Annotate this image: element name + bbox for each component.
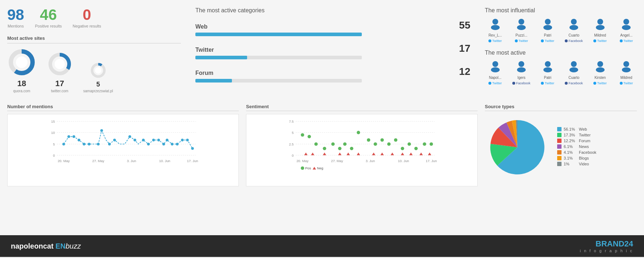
legend-label-news: News	[579, 144, 589, 149]
mentions-metric: 98 Mentions	[7, 7, 24, 28]
brand24-text: BRAND24	[580, 239, 633, 249]
donut-twitter	[47, 51, 72, 77]
svg-point-96	[308, 135, 311, 138]
source-dot-patri	[541, 39, 544, 42]
svg-point-105	[374, 142, 377, 145]
right-panel: The most influential Rev_L... Twitter	[485, 7, 637, 93]
legend-label-web: Web	[579, 127, 587, 131]
site-count-twitter: 17	[55, 79, 64, 88]
legend-twitter: 17.3% Twitter	[557, 133, 596, 137]
svg-point-62	[162, 143, 165, 145]
mentions-chart-title: Number of mentions	[7, 104, 239, 111]
influential-title: The most influential	[485, 7, 637, 14]
avatar-mildred	[594, 17, 607, 30]
svg-point-102	[350, 147, 353, 150]
source-patri: Twitter	[541, 39, 554, 43]
svg-point-54	[108, 143, 111, 145]
sentiment-chart-area: 7.5 5 2.5 0 20. May 27. May 3. Jun 10. J…	[246, 114, 478, 186]
svg-point-107	[387, 142, 390, 145]
avatar-puzzi	[515, 17, 528, 30]
svg-point-61	[157, 139, 160, 141]
svg-point-67	[186, 139, 188, 141]
category-web: Web 55	[195, 20, 470, 36]
avatar-rev	[489, 17, 502, 30]
site-item-twitter: 17 twitter.com	[47, 51, 72, 93]
source-dot-kirsten	[593, 82, 596, 85]
active-napol: Napol... Twitter	[485, 60, 506, 86]
source-igers: Facebook	[512, 81, 530, 85]
avatar-napol	[489, 60, 502, 73]
legend-label-twitter: Twitter	[579, 133, 590, 137]
source-legend: 56.1% Web 17.3% Twitter 12.2% Forum	[557, 127, 596, 168]
source-rev: Twitter	[488, 39, 502, 43]
svg-point-25	[545, 61, 551, 67]
svg-point-8	[95, 67, 101, 74]
svg-text:27. May: 27. May	[92, 159, 105, 163]
source-active-mildred: Twitter	[620, 81, 633, 85]
progress-bar-twitter	[195, 56, 247, 59]
legend-label-forum: Forum	[579, 139, 590, 143]
svg-point-28	[569, 67, 578, 72]
legend-label-video: Video	[579, 162, 589, 166]
active-sites-list: 18 quora.com 17 twitter.com	[7, 48, 181, 93]
active-cuarto: Cuarto Facebook	[564, 60, 585, 86]
svg-text:0: 0	[292, 154, 293, 157]
svg-marker-94	[428, 153, 431, 155]
avatar-active-patri	[541, 60, 554, 73]
site-name-samaprzez: samaprzezswiat.pl	[83, 89, 113, 93]
legend-label-blogs: Blogs	[579, 156, 589, 160]
svg-text:20. May: 20. May	[296, 159, 309, 163]
influential-angel: Angel... Twitter	[616, 17, 637, 44]
svg-point-51	[88, 143, 90, 145]
svg-point-49	[77, 139, 80, 141]
svg-marker-92	[409, 153, 412, 155]
svg-point-101	[343, 142, 346, 145]
svg-point-68	[191, 147, 194, 150]
avatar-kirsten	[594, 60, 607, 73]
footer-buzz: buzz	[65, 242, 81, 250]
category-count-forum: 12	[459, 66, 470, 77]
source-dot-napol	[488, 82, 491, 85]
svg-text:10. Jun: 10. Jun	[159, 159, 170, 163]
positive-metric: 46 Positive results	[35, 7, 62, 28]
svg-point-108	[394, 138, 397, 141]
legend-color-video	[557, 162, 562, 166]
svg-point-22	[491, 67, 500, 72]
active-igers: Igers Facebook	[511, 60, 532, 86]
negative-metric: 0 Negative results	[73, 7, 101, 28]
svg-point-66	[181, 139, 183, 141]
svg-point-53	[100, 129, 103, 132]
svg-marker-90	[391, 153, 394, 155]
svg-point-111	[414, 147, 418, 150]
sentiment-chart-svg: 7.5 5 2.5 0 20. May 27. May 3. Jun 10. J…	[250, 118, 474, 182]
source-dot-cuarto	[565, 39, 568, 42]
svg-point-48	[72, 135, 75, 138]
mentions-value: 98	[7, 7, 24, 22]
svg-point-47	[67, 135, 70, 138]
legend-color-forum	[557, 139, 562, 143]
svg-point-60	[152, 139, 155, 141]
svg-text:5: 5	[292, 131, 293, 135]
svg-text:17. Jun: 17. Jun	[187, 159, 198, 163]
legend-pct-video: 1%	[564, 162, 577, 166]
svg-text:15: 15	[51, 120, 55, 123]
influencer-name-angel: Angel...	[616, 33, 637, 37]
svg-point-18	[596, 25, 605, 30]
source-puzzi: Twitter	[515, 39, 528, 43]
most-active-sites-title: Most active sites	[7, 35, 181, 43]
influencer-name-mildred: Mildred	[590, 33, 611, 37]
progress-twitter	[195, 56, 362, 59]
sentiment-chart-panel: Sentiment 7.5 5 2.5 0 20. May 27. May	[246, 104, 478, 186]
legend-news: 6.1% News	[557, 144, 596, 149]
legend-video: 1% Video	[557, 162, 596, 166]
svg-point-106	[381, 138, 384, 141]
category-twitter: Twitter 17	[195, 43, 470, 59]
svg-marker-85	[338, 153, 341, 155]
most-active-title: The most active	[485, 50, 637, 56]
negative-value: 0	[73, 7, 101, 22]
legend-web: 56.1% Web	[557, 127, 596, 131]
donut-quora	[7, 48, 36, 77]
progress-bar-forum	[195, 79, 232, 83]
footer-en: EN	[55, 242, 65, 250]
pie-chart-svg	[485, 115, 550, 180]
